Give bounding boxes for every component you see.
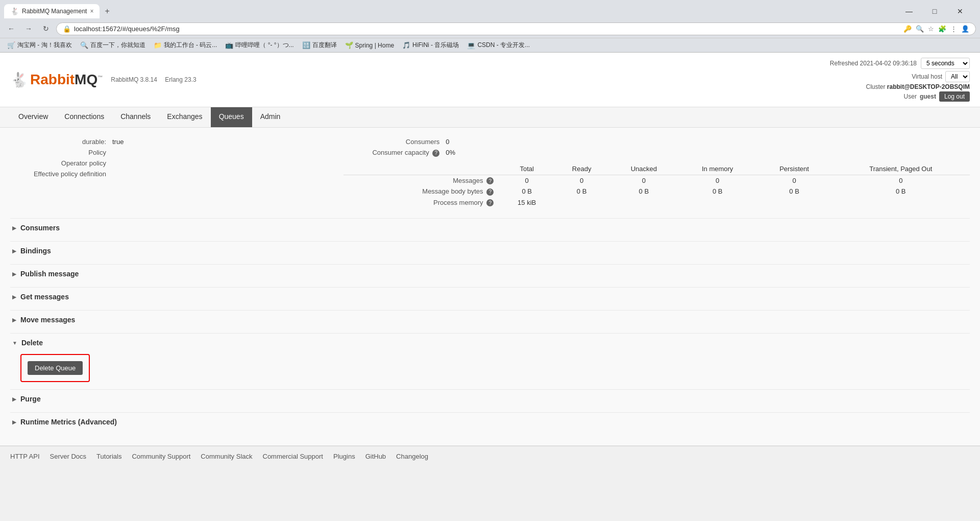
row-value: 0	[678, 175, 757, 186]
nav-item-connections[interactable]: Connections	[56, 107, 112, 127]
nav-item-channels[interactable]: Channels	[112, 107, 159, 127]
row-value	[609, 197, 678, 208]
section-move: ▶Move messages	[10, 310, 970, 329]
nav-item-queues[interactable]: Queues	[211, 107, 252, 127]
row-value: 0	[500, 175, 554, 186]
user-value: guest	[920, 93, 936, 100]
footer-link-plugins[interactable]: Plugins	[333, 453, 355, 460]
nav-item-overview[interactable]: Overview	[10, 107, 56, 127]
row-value	[832, 197, 970, 208]
nav-item-exchanges[interactable]: Exchanges	[159, 107, 210, 127]
app-header: 🐇 RabbitMQ™ RabbitMQ 3.8.14 Erlang 23.3 …	[0, 53, 980, 107]
stats-table: TotalReadyUnackedIn memoryPersistentTran…	[344, 163, 970, 208]
minimize-button[interactable]: —	[897, 3, 921, 19]
refresh-timestamp: 2021-04-02 09:36:18	[860, 60, 917, 67]
section-consumers-label: Consumers	[20, 224, 60, 232]
info-right: Consumers 0 Consumer capacity ? 0% Total…	[344, 138, 970, 208]
section-consumers-header[interactable]: ▶Consumers	[10, 219, 970, 237]
search-icon: 🔍	[916, 25, 924, 33]
table-row: Process memory ?15 kiB	[344, 197, 970, 208]
cluster-value: rabbit@DESKTOP-2OBSQIM	[887, 83, 970, 90]
row-label: Messages ?	[344, 175, 500, 186]
bookmark-item[interactable]: 🔠百度翻译	[299, 40, 340, 51]
address-bar[interactable]: 🔒 localhost:15672/#/queues/%2F/msg 🔑 🔍 ☆…	[56, 22, 976, 35]
maximize-button[interactable]: □	[923, 3, 946, 19]
chevron-right-icon: ▶	[12, 419, 16, 425]
virtual-host-select[interactable]: All/	[945, 71, 970, 82]
nav-bar: OverviewConnectionsChannelsExchangesQueu…	[0, 107, 980, 128]
bookmark-item[interactable]: 💻CSDN - 专业开发...	[464, 40, 533, 51]
footer-link-changelog[interactable]: Changelog	[396, 453, 428, 460]
stats-header: In memory	[678, 163, 757, 175]
delete-queue-button[interactable]: Delete Queue	[28, 361, 83, 375]
row-value	[554, 197, 609, 208]
section-delete-header[interactable]: ▼Delete	[10, 334, 970, 352]
refreshed-label: Refreshed 2021-04-02 09:36:18	[830, 60, 917, 67]
bookmarks-bar: 🛒淘宝网 - 淘！我喜欢🔍百度一下，你就知道📁我的工作台 - 码云...📺哔哩哔…	[0, 38, 980, 52]
footer-link-github[interactable]: GitHub	[365, 453, 386, 460]
row-value: 15 kiB	[500, 197, 554, 208]
section-publish-label: Publish message	[20, 270, 79, 278]
row-value: 0	[554, 175, 609, 186]
bookmark-item[interactable]: 🔍百度一下，你就知道	[77, 40, 149, 51]
row-help-icon[interactable]: ?	[486, 188, 494, 196]
row-value: 0 B	[500, 186, 554, 197]
footer-link-http-api[interactable]: HTTP API	[10, 453, 40, 460]
rabbitmq-version: RabbitMQ 3.8.14	[111, 76, 157, 83]
new-tab-button[interactable]: +	[100, 4, 114, 19]
bookmark-item[interactable]: 🎵HiFiNi - 音乐磁场	[399, 40, 462, 51]
bookmark-item[interactable]: 📁我的工作台 - 码云...	[151, 40, 220, 51]
row-value: 0 B	[757, 186, 832, 197]
footer-link-tutorials[interactable]: Tutorials	[96, 453, 121, 460]
section-delete-label: Delete	[21, 339, 43, 347]
logo-rabbit: Rabbit	[30, 72, 75, 87]
row-value: 0 B	[678, 186, 757, 197]
consumers-label: Consumers	[344, 138, 446, 146]
row-help-icon[interactable]: ?	[486, 177, 494, 184]
consumers-value: 0	[446, 138, 449, 146]
forward-button[interactable]: →	[21, 21, 36, 36]
delete-section-box: Delete Queue	[20, 354, 90, 382]
header-right: Refreshed 2021-04-02 09:36:18 5 seconds1…	[830, 58, 970, 102]
section-get-header[interactable]: ▶Get messages	[10, 288, 970, 306]
bookmark-item[interactable]: 🛒淘宝网 - 淘！我喜欢	[4, 40, 75, 51]
chevron-right-icon: ▶	[12, 271, 16, 277]
active-tab[interactable]: 🐇 RabbitMQ Management ×	[4, 4, 100, 18]
profile-icon: 👤	[961, 25, 969, 33]
row-label: Message body bytes ?	[344, 186, 500, 197]
user-row: User guest Log out	[830, 91, 970, 102]
section-move-header[interactable]: ▶Move messages	[10, 311, 970, 329]
bookmark-item[interactable]: 🌱Spring | Home	[342, 40, 397, 50]
bookmark-item[interactable]: 📺哔哩哔哩（ °- °）つ...	[222, 40, 297, 51]
row-help-icon[interactable]: ?	[486, 199, 494, 206]
chevron-down-icon: ▼	[12, 340, 17, 346]
section-publish: ▶Publish message	[10, 264, 970, 283]
section-runtime-header[interactable]: ▶Runtime Metrics (Advanced)	[10, 413, 970, 431]
consumer-capacity-label: Consumer capacity ?	[344, 149, 446, 157]
footer-link-community-slack[interactable]: Community Slack	[201, 453, 252, 460]
row-value: 0 B	[554, 186, 609, 197]
section-publish-header[interactable]: ▶Publish message	[10, 265, 970, 283]
logo: 🐇 RabbitMQ™	[10, 72, 103, 88]
section-bindings-header[interactable]: ▶Bindings	[10, 242, 970, 260]
reload-button[interactable]: ↻	[39, 21, 53, 36]
tab-close-button[interactable]: ×	[90, 8, 93, 15]
footer-link-server-docs[interactable]: Server Docs	[50, 453, 87, 460]
back-button[interactable]: ←	[4, 21, 18, 36]
logo-tm: ™	[97, 75, 103, 80]
footer-link-commercial-support[interactable]: Commercial Support	[263, 453, 324, 460]
logo-mq: MQ	[75, 72, 97, 87]
stats-header: Total	[500, 163, 554, 175]
close-window-button[interactable]: ✕	[948, 3, 972, 19]
section-runtime: ▶Runtime Metrics (Advanced)	[10, 412, 970, 431]
section-purge-header[interactable]: ▶Purge	[10, 390, 970, 408]
section-purge-label: Purge	[20, 395, 41, 403]
refresh-select[interactable]: 5 seconds10 seconds30 seconds60 secondsN…	[921, 58, 970, 69]
nav-item-admin[interactable]: Admin	[252, 107, 289, 127]
erlang-version: Erlang 23.3	[165, 76, 196, 83]
logout-button[interactable]: Log out	[939, 91, 970, 102]
footer-link-community-support[interactable]: Community Support	[132, 453, 190, 460]
consumer-capacity-help-icon[interactable]: ?	[432, 150, 439, 157]
row-value	[757, 197, 832, 208]
lock-icon: 🔒	[63, 25, 71, 33]
